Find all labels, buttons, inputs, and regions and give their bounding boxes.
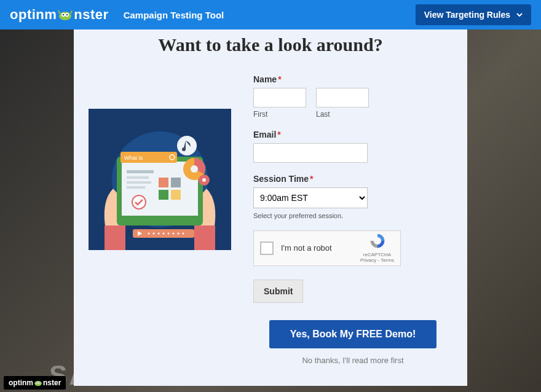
session-field-group: Session Time* 9:00am EST Select your pre… (253, 174, 452, 219)
svg-point-40 (37, 382, 38, 383)
svg-point-0 (59, 12, 71, 20)
svg-point-31 (158, 232, 160, 234)
recaptcha-label: I'm not a robot (281, 243, 360, 253)
svg-rect-15 (127, 181, 151, 184)
svg-rect-7 (194, 225, 215, 250)
demo-popup: Want to take a look around? What is (74, 29, 467, 386)
svg-text:What is: What is (124, 155, 143, 161)
required-asterisk: * (277, 130, 280, 139)
brand-logo: optinm nster (10, 7, 109, 23)
last-name-sublabel: Last (316, 110, 369, 119)
book-demo-button[interactable]: Yes, Book My FREE Demo! (269, 320, 437, 348)
illustration-container: What is (89, 74, 231, 365)
brand-text-left: optinm (10, 7, 57, 23)
name-field-group: Name* First Last (253, 74, 452, 119)
svg-point-37 (34, 381, 42, 386)
no-thanks-link[interactable]: No thanks, I'll read more first (253, 356, 452, 365)
demo-form: Name* First Last Email* (253, 74, 452, 365)
svg-point-24 (191, 165, 198, 173)
view-targeting-rules-button[interactable]: View Targeting Rules (416, 4, 531, 25)
svg-rect-19 (159, 190, 168, 200)
required-asterisk: * (278, 74, 281, 84)
popup-title: Want to take a look around? (89, 34, 452, 56)
session-hint: Select your preferred session. (253, 212, 452, 219)
svg-point-34 (173, 232, 175, 234)
svg-point-41 (39, 382, 39, 383)
svg-rect-20 (171, 190, 181, 200)
svg-rect-18 (171, 178, 181, 187)
email-input[interactable] (253, 143, 368, 163)
svg-point-35 (178, 232, 180, 234)
tablet-illustration: What is (89, 109, 231, 250)
svg-point-33 (168, 232, 170, 234)
svg-point-22 (177, 136, 197, 155)
email-label: Email* (253, 130, 452, 139)
session-time-select[interactable]: 9:00am EST (253, 187, 368, 208)
session-time-label: Session Time* (253, 174, 452, 184)
svg-rect-6 (105, 225, 125, 250)
monster-icon (58, 9, 73, 21)
svg-point-30 (153, 232, 155, 234)
svg-rect-16 (127, 186, 145, 189)
email-field-group: Email* (253, 130, 452, 163)
badge-text-right: nster (43, 378, 61, 387)
last-name-input[interactable] (316, 88, 369, 108)
svg-rect-13 (127, 170, 154, 173)
svg-point-29 (148, 232, 150, 234)
svg-point-21 (132, 195, 146, 209)
top-bar: optinm nster Campaign Testing Tool View … (0, 0, 541, 29)
first-name-sublabel: First (253, 110, 306, 119)
svg-point-3 (63, 14, 64, 15)
tool-title: Campaign Testing Tool (124, 10, 224, 20)
svg-point-36 (183, 232, 184, 234)
first-name-input[interactable] (253, 88, 306, 108)
svg-rect-17 (159, 178, 168, 187)
recaptcha-branding: reCAPTCHA Privacy - Terms (360, 232, 394, 264)
recaptcha-widget: I'm not a robot reCAPTCHA Privacy - Term… (253, 230, 401, 266)
svg-point-26 (202, 178, 206, 182)
recaptcha-icon (368, 232, 387, 249)
recaptcha-checkbox[interactable] (260, 241, 274, 255)
svg-rect-14 (127, 176, 149, 179)
brand-text-right: nster (74, 7, 108, 23)
chevron-down-icon (516, 13, 523, 17)
badge-text-left: optinm (9, 378, 33, 387)
name-label: Name* (253, 74, 452, 84)
rules-button-label: View Targeting Rules (424, 10, 510, 20)
submit-button[interactable]: Submit (253, 280, 303, 303)
required-asterisk: * (310, 174, 313, 184)
svg-point-4 (66, 14, 68, 15)
svg-point-32 (163, 232, 165, 234)
monster-icon (34, 379, 42, 386)
optinmonster-badge[interactable]: optinm nster (4, 376, 66, 390)
